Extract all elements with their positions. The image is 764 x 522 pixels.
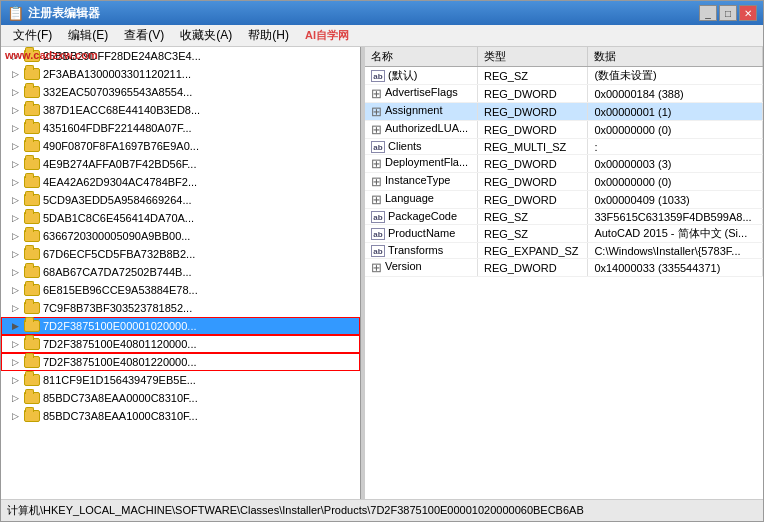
- registry-table: 名称 类型 数据 ab(默认)REG_SZ(数值未设置)⊞AdvertiseFl…: [365, 47, 763, 277]
- reg-data: 0x14000033 (335544371): [588, 259, 763, 277]
- table-row[interactable]: ⊞InstanceTypeREG_DWORD0x00000000 (0): [365, 173, 763, 191]
- tree-arrow-icon: ▷: [9, 212, 21, 224]
- ab-icon: ab: [371, 228, 385, 240]
- tree-item[interactable]: ▷332EAC50703965543A8554...: [1, 83, 360, 101]
- reg-name-text: DeploymentFla...: [385, 157, 468, 169]
- reg-name-text: ProductName: [388, 227, 455, 239]
- folder-icon: [24, 104, 40, 116]
- folder-icon: [24, 284, 40, 296]
- tree-item[interactable]: ▷4EA42A62D9304AC4784BF2...: [1, 173, 360, 191]
- reg-name: ⊞Language: [365, 191, 478, 209]
- tree-arrow-icon: ▷: [9, 392, 21, 404]
- tree-arrow-icon: ▷: [9, 230, 21, 242]
- tree-arrow-icon: ▷: [9, 356, 21, 368]
- tree-item-label: 387D1EACC68E44140B3ED8...: [43, 104, 200, 116]
- tree-item[interactable]: ▷67D6ECF5CD5FBA732B8B2...: [1, 245, 360, 263]
- reg-data: 0x00000409 (1033): [588, 191, 763, 209]
- registry-editor-window: 📋 注册表编辑器 _ □ ✕ 文件(F) 编辑(E) 查看(V) 收藏夹(A) …: [0, 0, 764, 522]
- table-row[interactable]: ⊞VersionREG_DWORD0x14000033 (335544371): [365, 259, 763, 277]
- table-row[interactable]: abTransformsREG_EXPAND_SZC:\Windows\Inst…: [365, 243, 763, 259]
- reg-type: REG_SZ: [478, 67, 588, 85]
- reg-data: 0x00000001 (1): [588, 103, 763, 121]
- reg-name: ⊞AuthorizedLUA...: [365, 121, 478, 139]
- tree-item[interactable]: ▷4E9B274AFFA0B7F42BD56F...: [1, 155, 360, 173]
- table-row[interactable]: ab(默认)REG_SZ(数值未设置): [365, 67, 763, 85]
- tree-item-label: 6E815EB96CCE9A53884E78...: [43, 284, 198, 296]
- tree-item-label: 68AB67CA7DA72502B744B...: [43, 266, 192, 278]
- tree-item-label: 7C9F8B73BF303523781852...: [43, 302, 192, 314]
- reg-data: (数值未设置): [588, 67, 763, 85]
- close-button[interactable]: ✕: [739, 5, 757, 21]
- tree-item-label: 5DAB1C8C6E456414DA70A...: [43, 212, 194, 224]
- tree-item[interactable]: ▷387D1EACC68E44140B3ED8...: [1, 101, 360, 119]
- folder-icon: [24, 356, 40, 368]
- tree-arrow-icon: ▷: [9, 410, 21, 422]
- tree-panel[interactable]: ▷25BBB29DFF28DE24A8C3E4...▷2F3ABA1300003…: [1, 47, 361, 499]
- table-row[interactable]: ⊞AdvertiseFlagsREG_DWORD0x00000184 (388): [365, 85, 763, 103]
- menu-favorites[interactable]: 收藏夹(A): [172, 25, 240, 46]
- tree-item[interactable]: ▷85BDC73A8EAA1000C8310F...: [1, 407, 360, 425]
- folder-icon: [24, 176, 40, 188]
- reg-type: REG_DWORD: [478, 259, 588, 277]
- folder-icon: [24, 158, 40, 170]
- tree-item[interactable]: ▷5CD9A3EDD5A9584669264...: [1, 191, 360, 209]
- table-row[interactable]: ⊞LanguageREG_DWORD0x00000409 (1033): [365, 191, 763, 209]
- tree-item[interactable]: ▷85BDC73A8EAA0000C8310F...: [1, 389, 360, 407]
- tree-item[interactable]: ▷7C9F8B73BF303523781852...: [1, 299, 360, 317]
- tree-arrow-icon: ▷: [9, 86, 21, 98]
- reg-type: REG_SZ: [478, 209, 588, 225]
- tree-item[interactable]: ▷490F0870F8FA1697B76E9A0...: [1, 137, 360, 155]
- reg-name-text: Clients: [388, 140, 422, 152]
- table-row[interactable]: ⊞AuthorizedLUA...REG_DWORD0x00000000 (0): [365, 121, 763, 139]
- folder-icon: [24, 392, 40, 404]
- reg-name-text: AdvertiseFlags: [385, 86, 458, 98]
- tree-arrow-icon: ▷: [9, 284, 21, 296]
- tree-arrow-icon: ▷: [9, 104, 21, 116]
- tree-item[interactable]: ▷811CF9E1D156439479EB5E...: [1, 371, 360, 389]
- folder-icon: [24, 86, 40, 98]
- grid-icon: ⊞: [371, 122, 382, 137]
- tree-arrow-icon: ▷: [9, 68, 21, 80]
- folder-icon: [24, 338, 40, 350]
- tree-item[interactable]: ▷7D2F3875100E40801120000...: [1, 335, 360, 353]
- tree-item[interactable]: ▷6E815EB96CCE9A53884E78...: [1, 281, 360, 299]
- tree-item[interactable]: ▷4351604FDBF2214480A07F...: [1, 119, 360, 137]
- registry-values-panel[interactable]: 名称 类型 数据 ab(默认)REG_SZ(数值未设置)⊞AdvertiseFl…: [365, 47, 763, 499]
- tree-item-label: 490F0870F8FA1697B76E9A0...: [43, 140, 199, 152]
- tree-item-label: 67D6ECF5CD5FBA732B8B2...: [43, 248, 195, 260]
- reg-name-text: PackageCode: [388, 210, 457, 222]
- tree-arrow-icon: ▷: [9, 194, 21, 206]
- tree-item[interactable]: ▷6366720300005090A9BB00...: [1, 227, 360, 245]
- tree-item-label: 2F3ABA1300003301120211...: [43, 68, 191, 80]
- table-row[interactable]: ⊞AssignmentREG_DWORD0x00000001 (1): [365, 103, 763, 121]
- folder-icon: [24, 230, 40, 242]
- reg-name: ⊞Version: [365, 259, 478, 277]
- tree-item[interactable]: ▶7D2F3875100E00001020000...: [1, 317, 360, 335]
- reg-data: 0x00000000 (0): [588, 173, 763, 191]
- menu-view[interactable]: 查看(V): [116, 25, 172, 46]
- reg-type: REG_EXPAND_SZ: [478, 243, 588, 259]
- minimize-button[interactable]: _: [699, 5, 717, 21]
- tree-item-label: 4351604FDBF2214480A07F...: [43, 122, 192, 134]
- ab-icon: ab: [371, 70, 385, 82]
- tree-item[interactable]: ▷68AB67CA7DA72502B744B...: [1, 263, 360, 281]
- tree-item[interactable]: ▷7D2F3875100E40801220000...: [1, 353, 360, 371]
- reg-name-text: InstanceType: [385, 175, 450, 187]
- ab-icon: ab: [371, 245, 385, 257]
- menu-edit[interactable]: 编辑(E): [60, 25, 116, 46]
- reg-type: REG_DWORD: [478, 155, 588, 173]
- menu-file[interactable]: 文件(F): [5, 25, 60, 46]
- tree-item[interactable]: ▷25BBB29DFF28DE24A8C3E4...: [1, 47, 360, 65]
- tree-item[interactable]: ▷5DAB1C8C6E456414DA70A...: [1, 209, 360, 227]
- tree-arrow-icon: ▷: [9, 266, 21, 278]
- menu-help[interactable]: 帮助(H): [240, 25, 297, 46]
- table-row[interactable]: abClientsREG_MULTI_SZ:: [365, 139, 763, 155]
- table-row[interactable]: abProductNameREG_SZAutoCAD 2015 - 简体中文 (…: [365, 225, 763, 243]
- reg-name: ⊞InstanceType: [365, 173, 478, 191]
- tree-item-label: 4E9B274AFFA0B7F42BD56F...: [43, 158, 196, 170]
- tree-item[interactable]: ▷2F3ABA1300003301120211...: [1, 65, 360, 83]
- table-row[interactable]: abPackageCodeREG_SZ33F5615C631359F4DB599…: [365, 209, 763, 225]
- table-row[interactable]: ⊞DeploymentFla...REG_DWORD0x00000003 (3): [365, 155, 763, 173]
- tree-item-label: 4EA42A62D9304AC4784BF2...: [43, 176, 197, 188]
- restore-button[interactable]: □: [719, 5, 737, 21]
